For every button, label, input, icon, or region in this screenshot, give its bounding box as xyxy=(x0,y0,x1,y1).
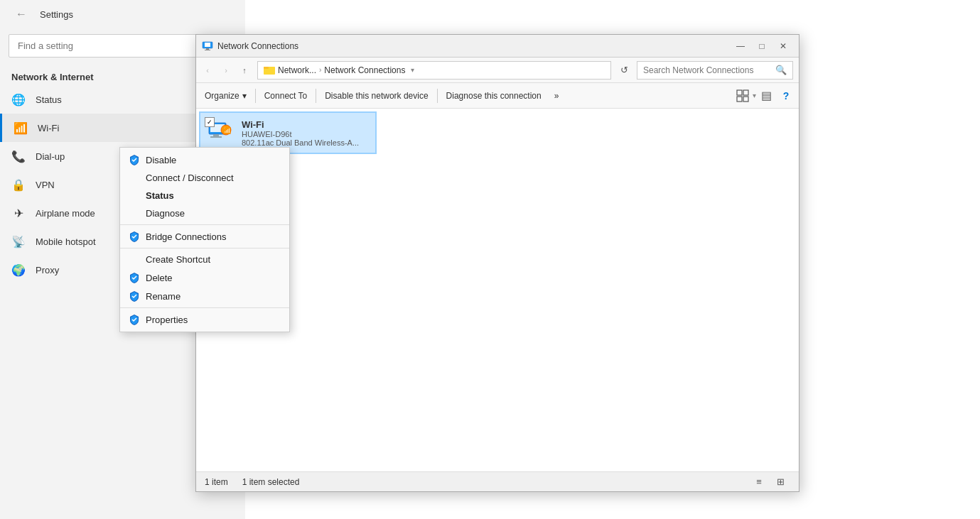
status-icon: 🌐 xyxy=(11,92,26,106)
bridge-shield-icon xyxy=(129,231,140,242)
nc-view-buttons: ▾ ▤ ? xyxy=(733,86,796,106)
sidebar-item-label: Wi-Fi xyxy=(38,123,59,133)
rename-shield-icon xyxy=(129,290,140,302)
item-count: 1 item xyxy=(205,477,228,487)
connect-to-button[interactable]: Connect To xyxy=(259,87,313,105)
properties-shield-icon xyxy=(129,314,140,325)
breadcrumb-dropdown-icon[interactable]: ▾ xyxy=(411,66,414,74)
ctx-properties-label: Properties xyxy=(146,315,188,325)
breadcrumb[interactable]: Network... › Network Connections ▾ xyxy=(257,61,611,80)
help-button[interactable]: ? xyxy=(776,86,796,106)
svg-rect-12 xyxy=(213,134,219,136)
dialup-icon: 📞 xyxy=(11,149,26,163)
svg-rect-6 xyxy=(737,90,742,95)
ctx-connect[interactable]: Connect / Disconnect xyxy=(120,169,289,187)
disable-device-button[interactable]: Disable this network device xyxy=(319,87,434,105)
ctx-status[interactable]: Status xyxy=(120,187,289,204)
breadcrumb-network: Network... xyxy=(278,65,316,75)
ctx-separator-2 xyxy=(120,248,289,248)
ctx-bridge[interactable]: Bridge Connections xyxy=(120,227,289,246)
nc-searchbar: 🔍 xyxy=(637,61,793,80)
nc-window-controls: — □ ✕ xyxy=(731,36,793,56)
settings-titlebar: ← Settings xyxy=(0,0,245,28)
wifi-item-icon-container: ✓ 📶 xyxy=(206,119,235,147)
nc-addressbar: ‹ › ↑ Network... › Network Connections ▾… xyxy=(196,58,799,83)
toolbar-separator-3 xyxy=(437,89,438,103)
ctx-shortcut-label: Create Shortcut xyxy=(146,254,210,265)
minimize-button[interactable]: — xyxy=(731,36,750,56)
nc-titlebar: Network Connections — □ ✕ xyxy=(196,35,799,58)
delete-shield-icon xyxy=(129,272,140,283)
ctx-delete[interactable]: Delete xyxy=(120,268,289,287)
ctx-status-label: Status xyxy=(146,190,174,201)
close-button[interactable]: ✕ xyxy=(773,36,793,56)
forward-nav-button[interactable]: › xyxy=(217,62,235,79)
ctx-delete-label: Delete xyxy=(146,273,173,283)
toolbar-separator-1 xyxy=(255,89,256,103)
wifi-item-type: 802.11ac Dual Band Wireless-A... xyxy=(242,138,370,147)
sidebar-item-label: Airplane mode xyxy=(36,208,95,219)
ctx-disable[interactable]: Disable xyxy=(120,151,289,169)
ctx-separator-3 xyxy=(120,307,289,308)
ctx-separator-1 xyxy=(120,224,289,225)
svg-rect-2 xyxy=(206,48,209,50)
item-checkbox[interactable]: ✓ xyxy=(205,117,215,127)
nc-window-icon xyxy=(202,40,213,52)
svg-rect-3 xyxy=(205,50,210,50)
sidebar-item-label: Dial-up xyxy=(36,151,65,162)
organize-button[interactable]: Organize ▾ xyxy=(199,87,252,105)
diagnose-button[interactable]: Diagnose this connection xyxy=(441,87,547,105)
ctx-properties[interactable]: Properties xyxy=(120,310,289,329)
breadcrumb-separator-icon: › xyxy=(319,66,321,74)
shield-icon xyxy=(129,154,140,165)
item-selected: 1 item selected xyxy=(242,477,300,487)
layout-toggle-button[interactable]: ▤ xyxy=(756,86,776,106)
statusbar-view-buttons: ≡ ⊞ xyxy=(749,472,790,492)
back-nav-button[interactable]: ‹ xyxy=(199,62,216,79)
proxy-icon: 🌍 xyxy=(11,263,26,277)
disable-device-label: Disable this network device xyxy=(325,91,428,101)
sidebar-item-label: Proxy xyxy=(36,265,59,275)
ctx-connect-label: Connect / Disconnect xyxy=(146,173,234,183)
nc-window-title: Network Connections xyxy=(217,41,731,51)
svg-rect-8 xyxy=(737,97,742,102)
svg-rect-7 xyxy=(743,90,748,95)
airplane-icon: ✈ xyxy=(11,206,26,220)
svg-rect-13 xyxy=(210,136,222,138)
diagnose-label: Diagnose this connection xyxy=(446,91,542,101)
view-options-button[interactable] xyxy=(733,86,753,106)
ctx-diagnose[interactable]: Diagnose xyxy=(120,204,289,222)
organize-arrow-icon: ▾ xyxy=(242,91,247,101)
wifi-item-name: Wi-Fi xyxy=(242,119,370,130)
statusbar-grid-view-button[interactable]: ⊞ xyxy=(770,472,790,492)
ctx-diagnose-label: Diagnose xyxy=(146,208,185,219)
svg-rect-9 xyxy=(743,97,748,102)
ctx-rename[interactable]: Rename xyxy=(120,287,289,305)
more-button[interactable]: » xyxy=(549,87,565,105)
more-label: » xyxy=(554,91,559,101)
svg-rect-5 xyxy=(264,67,269,69)
view-options-icon xyxy=(736,89,749,102)
hotspot-icon: 📡 xyxy=(11,234,26,248)
settings-title: Settings xyxy=(40,9,73,20)
svg-text:📶: 📶 xyxy=(223,126,232,135)
refresh-button[interactable]: ↺ xyxy=(615,62,632,79)
nc-toolbar: Organize ▾ Connect To Disable this netwo… xyxy=(196,83,799,109)
search-icon: 🔍 xyxy=(775,65,787,75)
vpn-icon: 🔒 xyxy=(11,177,26,192)
back-button[interactable]: ← xyxy=(11,4,31,24)
ctx-rename-label: Rename xyxy=(146,291,181,302)
context-menu: Disable Connect / Disconnect Status Diag… xyxy=(119,147,290,332)
maximize-button[interactable]: □ xyxy=(752,36,772,56)
nc-statusbar: 1 item 1 item selected ≡ ⊞ xyxy=(196,471,799,491)
nc-search-input[interactable] xyxy=(643,65,775,75)
organize-label: Organize xyxy=(205,91,239,101)
sidebar-item-label: VPN xyxy=(36,180,55,190)
up-nav-button[interactable]: ↑ xyxy=(236,62,253,79)
statusbar-list-view-button[interactable]: ≡ xyxy=(749,472,769,492)
wifi-icon: 📶 xyxy=(14,121,28,135)
ctx-shortcut[interactable]: Create Shortcut xyxy=(120,251,289,268)
wifi-item-detail: HUAWEI-D96t xyxy=(242,130,370,138)
connect-to-label: Connect To xyxy=(264,91,308,101)
wifi-item-info: Wi-Fi HUAWEI-D96t 802.11ac Dual Band Wir… xyxy=(242,119,370,147)
